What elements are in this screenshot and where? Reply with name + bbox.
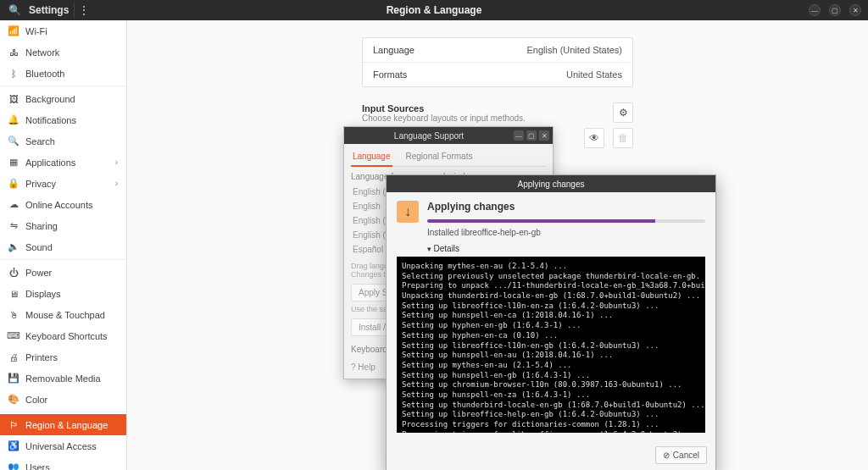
sidebar-icon: 📶	[8, 25, 19, 36]
settings-sidebar: 📶Wi-Fi🖧NetworkᛒBluetooth🖼Background🔔Noti…	[0, 20, 127, 470]
sidebar-label: Universal Access	[25, 441, 97, 451]
sidebar-label: Wi-Fi	[25, 26, 47, 36]
sidebar-item-sharing[interactable]: ⇋Sharing	[0, 215, 126, 236]
sidebar-label: Displays	[25, 289, 61, 299]
sidebar-item-applications[interactable]: ▦Applications›	[0, 152, 126, 173]
sidebar-label: Online Accounts	[25, 200, 93, 210]
sidebar-item-universal-access[interactable]: ♿Universal Access	[0, 435, 126, 456]
sidebar-icon: 🖼	[8, 94, 19, 104]
sidebar-icon: 🎨	[8, 394, 19, 405]
language-support-tabs: Language Regional Formats	[351, 147, 546, 167]
sidebar-icon: 🖧	[8, 47, 19, 58]
sidebar-item-privacy[interactable]: 🔒Privacy›	[0, 173, 126, 194]
sidebar-label: Power	[25, 268, 52, 278]
ls-maximize-button[interactable]: ▢	[526, 130, 537, 141]
sidebar-label: Color	[25, 395, 47, 405]
progress-bar	[427, 219, 705, 223]
sidebar-item-mouse-touchpad[interactable]: 🖱Mouse & Touchpad	[0, 304, 126, 325]
view-layout-button[interactable]: 👁	[584, 128, 604, 148]
search-icon[interactable]: 🔍	[5, 3, 24, 18]
formats-label: Formats	[373, 69, 407, 80]
language-row[interactable]: Language English (United States)	[363, 38, 632, 62]
sidebar-label: Background	[25, 94, 75, 104]
sidebar-icon: ᛒ	[8, 69, 19, 79]
close-button[interactable]: ✕	[849, 4, 861, 16]
sidebar-icon: 🖱	[8, 310, 19, 320]
sidebar-item-background[interactable]: 🖼Background	[0, 88, 126, 109]
minimize-button[interactable]: —	[809, 4, 821, 16]
sidebar-item-sound[interactable]: 🔈Sound	[0, 236, 126, 257]
terminal-output: Unpacking mythes-en-au (2.1-5.4) ... Sel…	[397, 257, 705, 433]
help-button[interactable]: ? Help	[351, 362, 376, 372]
content-area: Language English (United States) Formats…	[127, 20, 868, 470]
gear-icon: ⚙	[619, 107, 628, 119]
sidebar-icon: ⇋	[8, 220, 19, 231]
hamburger-menu-icon[interactable]: ⋮	[74, 3, 92, 18]
app-title: Settings	[29, 4, 69, 16]
sidebar-item-region-language[interactable]: 🏳Region & Language	[0, 414, 126, 435]
chevron-right-icon: ›	[115, 179, 118, 188]
sidebar-icon: ▦	[8, 157, 19, 168]
language-value: English (United States)	[527, 45, 623, 55]
header-bar: 🔍 Settings ⋮ Region & Language — ▢ ✕	[0, 0, 868, 20]
formats-value: United States	[566, 69, 622, 80]
sidebar-icon: 🔔	[8, 114, 19, 125]
sidebar-item-displays[interactable]: 🖥Displays	[0, 283, 126, 304]
language-support-title: Language Support	[344, 131, 514, 141]
sidebar-label: Sound	[25, 242, 53, 252]
sidebar-item-power[interactable]: ⏻Power	[0, 262, 126, 283]
sidebar-item-color[interactable]: 🎨Color	[0, 389, 126, 410]
sidebar-item-notifications[interactable]: 🔔Notifications	[0, 109, 126, 130]
chevron-right-icon: ›	[115, 158, 118, 167]
cancel-button[interactable]: ⊘ Cancel	[655, 446, 707, 464]
language-label: Language	[373, 45, 415, 55]
sidebar-icon: 🔈	[8, 241, 19, 252]
eye-icon: 👁	[589, 132, 599, 144]
sidebar-label: Keyboard Shortcuts	[25, 331, 108, 341]
details-toggle[interactable]: Details	[427, 244, 705, 253]
sidebar-item-keyboard-shortcuts[interactable]: ⌨Keyboard Shortcuts	[0, 325, 126, 346]
sidebar-label: Privacy	[25, 179, 56, 189]
applying-changes-heading: Applying changes	[427, 201, 705, 213]
remove-layout-button[interactable]: 🗑	[613, 128, 633, 148]
sidebar-icon: 🏳	[8, 420, 19, 430]
sidebar-label: Users	[25, 462, 50, 471]
sidebar-item-bluetooth[interactable]: ᛒBluetooth	[0, 63, 126, 84]
cancel-icon: ⊘	[663, 451, 670, 460]
sidebar-label: Notifications	[25, 115, 76, 125]
input-sources-subtitle: Choose keyboard layouts or input methods…	[362, 113, 526, 123]
sidebar-item-printers[interactable]: 🖨Printers	[0, 346, 126, 368]
sidebar-label: Region & Language	[25, 420, 108, 430]
tab-language[interactable]: Language	[351, 147, 392, 167]
download-icon: ↓	[397, 201, 419, 223]
input-sources-title: Input Sources	[362, 103, 526, 113]
tab-regional-formats[interactable]: Regional Formats	[404, 147, 475, 166]
sidebar-item-online-accounts[interactable]: ☁Online Accounts	[0, 194, 126, 215]
sidebar-icon: 👥	[8, 462, 19, 470]
sidebar-item-removable-media[interactable]: 💾Removable Media	[0, 368, 126, 389]
sidebar-icon: 🖨	[8, 352, 19, 362]
sidebar-item-users[interactable]: 👥Users	[0, 456, 126, 470]
sidebar-icon: ⌨	[8, 330, 19, 341]
sidebar-item-network[interactable]: 🖧Network	[0, 41, 126, 63]
ls-minimize-button[interactable]: —	[514, 130, 524, 141]
sidebar-icon: 🔒	[8, 178, 19, 189]
sidebar-label: Network	[25, 47, 59, 58]
sidebar-icon: ♿	[8, 440, 19, 451]
sidebar-icon: ☁	[8, 199, 19, 210]
applying-changes-titlebar: Applying changes	[387, 175, 715, 192]
sidebar-item-wi-fi[interactable]: 📶Wi-Fi	[0, 20, 126, 41]
formats-row[interactable]: Formats United States	[363, 62, 632, 86]
input-sources-settings-button[interactable]: ⚙	[613, 102, 633, 123]
language-formats-card: Language English (United States) Formats…	[362, 37, 633, 87]
sidebar-icon: 🔍	[8, 135, 19, 147]
sidebar-label: Removable Media	[25, 373, 101, 384]
maximize-button[interactable]: ▢	[829, 4, 841, 16]
sidebar-label: Search	[25, 136, 55, 147]
applying-changes-dialog: Applying changes ↓ Applying changes Inst…	[386, 174, 716, 470]
sidebar-item-search[interactable]: 🔍Search	[0, 130, 126, 152]
ls-close-button[interactable]: ✕	[539, 130, 549, 141]
sidebar-label: Printers	[25, 352, 58, 362]
sidebar-label: Applications	[25, 158, 75, 168]
sidebar-label: Bluetooth	[25, 69, 64, 79]
